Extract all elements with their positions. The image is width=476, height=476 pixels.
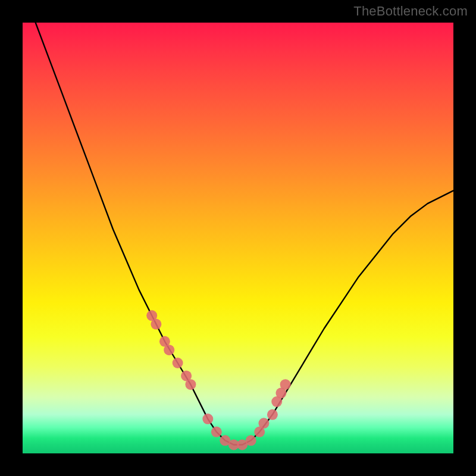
chart-marker xyxy=(246,435,256,446)
chart-marker xyxy=(151,319,161,330)
chart-marker xyxy=(211,427,222,437)
chart-svg xyxy=(23,23,453,453)
plot-area xyxy=(23,23,453,453)
chart-marker xyxy=(185,379,196,390)
bottleneck-curve xyxy=(36,23,453,445)
chart-marker xyxy=(202,414,213,424)
chart-frame: TheBottleneck.com xyxy=(0,0,476,476)
chart-marker xyxy=(173,358,183,368)
chart-marker xyxy=(267,409,278,420)
watermark-text: TheBottleneck.com xyxy=(353,4,468,19)
chart-marker xyxy=(258,418,269,428)
chart-marker xyxy=(164,345,174,355)
chart-marker xyxy=(280,379,291,390)
marker-group xyxy=(146,310,290,450)
